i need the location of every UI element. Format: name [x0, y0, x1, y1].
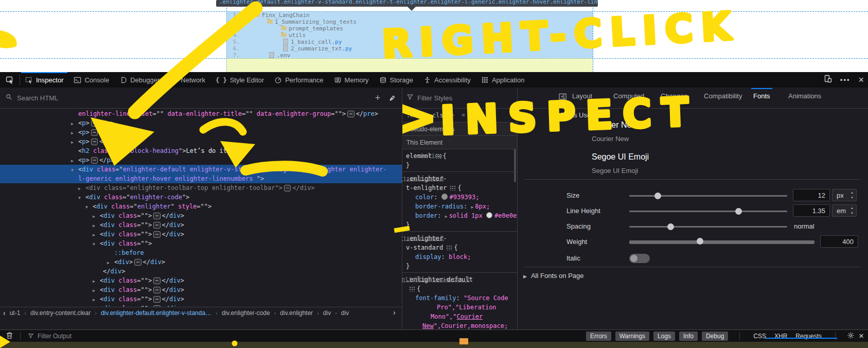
inline-ellipsis-badge[interactable]: ⋯ [91, 138, 98, 145]
file-tree-code[interactable]: 1.Finx_LangChain2.1_Summarizing_long_tex… [0, 0, 868, 72]
css-rule-line[interactable]: border: ▶solid 1px #e0e0e0; [415, 211, 517, 220]
tab-fonts[interactable]: Fonts [753, 92, 770, 100]
breadcrumb-item[interactable]: div.enlighter [279, 309, 314, 317]
slider-track[interactable] [629, 195, 787, 197]
markup-row[interactable]: ▶<p>⋯</p> [0, 137, 402, 146]
breadcrumb-item[interactable]: div.enlighter-default.enlighter-v-standa… [100, 309, 212, 317]
console-filter-button[interactable]: Info [679, 332, 698, 341]
rule-filter-grid-icon[interactable] [446, 245, 452, 250]
markup-row[interactable]: ▶<div class="">⋯</div> [0, 294, 402, 304]
slider-track[interactable] [629, 226, 787, 228]
gear-icon[interactable] [847, 332, 855, 341]
tool-tab-memory[interactable]: Memory [329, 72, 374, 88]
css-rule-line[interactable]: border-radius: ▶8px; [415, 202, 490, 211]
markup-row[interactable]: l-generic enlighter-hover enlighter-line… [0, 174, 402, 183]
weight-input[interactable]: 400 [820, 235, 858, 248]
css-rule-line[interactable]: t-enlighter{ [406, 183, 462, 193]
stylesheet-link[interactable]: enlighterjs.min.css:2 [402, 275, 470, 284]
tool-tab-accessibility[interactable]: Accessibility [418, 72, 476, 88]
markup-row[interactable]: ▶<p>⋯</p> [0, 118, 402, 128]
tool-tab-storage[interactable]: Storage [374, 72, 419, 88]
rules-toolbar-button[interactable]: :hov [406, 112, 421, 119]
breadcrumb-item[interactable]: div [340, 309, 350, 317]
tool-tab-application[interactable]: Application [476, 72, 530, 88]
markup-row[interactable]: ▶<div class="">⋯</div> [0, 285, 402, 294]
markup-row[interactable]: ▼<div class=""> [0, 239, 402, 248]
stylesheet-link[interactable]: enlighterjs.min.css:2 [402, 234, 444, 243]
slider-thumb[interactable] [667, 223, 674, 230]
markup-row[interactable]: ▶<div class="">⋯</div> [0, 220, 402, 230]
css-rule-line[interactable]: { [406, 284, 420, 293]
css-rule-line[interactable]: v-standard{ [406, 243, 457, 252]
markup-row[interactable]: enlighter-lineoffset="" data-enlighter-t… [0, 109, 402, 118]
tool-tab-debugger[interactable]: Debugger [114, 72, 165, 88]
unit-stepper-icon[interactable]: ▲▼ [851, 190, 854, 200]
inline-ellipsis-badge[interactable]: ⋯ [153, 296, 160, 303]
inline-ellipsis-badge[interactable]: ⋯ [284, 185, 291, 192]
breadcrumb-scroll-left-icon[interactable]: ‹ [0, 309, 9, 317]
all-fonts-row[interactable]: ▶All Fonts on Page [523, 272, 584, 280]
markup-row[interactable]: ▶<div class="">⋯</div> [0, 211, 402, 220]
tool-tab-network[interactable]: Network [165, 72, 210, 88]
tool-tab-console[interactable]: Console [68, 72, 114, 88]
unit-select[interactable]: em▲▼ [832, 204, 857, 217]
markup-row[interactable]: ▶<div>⋯</div> [0, 257, 402, 267]
inline-ellipsis-badge[interactable]: ⋯ [91, 157, 98, 164]
slider-thumb[interactable] [735, 208, 742, 215]
css-rule-line[interactable]: display: block; [415, 252, 471, 262]
tool-tab-style-editor[interactable]: { }Style Editor [210, 72, 269, 88]
slider-track[interactable] [629, 240, 814, 244]
tab-layout[interactable]: Layout [572, 92, 592, 100]
console-filter-button[interactable]: Warnings [615, 332, 649, 341]
inline-ellipsis-badge[interactable]: ⋯ [153, 231, 160, 238]
markup-row[interactable]: <h2 class="wp-block-heading">Let’s do it… [0, 146, 402, 155]
breadcrumb-item[interactable]: ut-1 [9, 309, 22, 317]
rules-toolbar-button[interactable]: + [451, 112, 454, 119]
tab-compatibility[interactable]: Compatibility [704, 92, 742, 100]
markup-row[interactable]: ▶<div class="">⋯</div> [0, 230, 402, 239]
css-rule-line[interactable]: } [406, 161, 410, 170]
meatball-menu-icon[interactable]: ••• [840, 76, 851, 84]
inline-ellipsis-badge[interactable]: ⋯ [91, 129, 98, 136]
css-rule-line[interactable]: color: #939393; [415, 193, 479, 202]
unit-stepper-icon[interactable]: ▲▼ [851, 205, 854, 216]
css-rules-panel[interactable]: :hov.cls+☼ Pseudo-elementsThis Elementel… [402, 108, 517, 329]
markup-row[interactable]: ::before [0, 248, 402, 257]
responsive-design-icon[interactable] [824, 75, 832, 85]
console-filter-button[interactable]: Logs [653, 332, 675, 341]
slider-track[interactable] [629, 211, 787, 212]
console-filter-link[interactable]: XHR [772, 332, 789, 341]
inline-ellipsis-badge[interactable]: ⋯ [134, 259, 141, 266]
tool-tab-performance[interactable]: Performance [269, 72, 328, 88]
eyedropper-icon[interactable] [386, 92, 398, 104]
css-rule-line[interactable]: font-family: "Source Code [415, 293, 508, 303]
slider-thumb[interactable] [697, 238, 703, 245]
close-console-icon[interactable]: × [859, 331, 864, 341]
breadcrumb-scroll-right-icon[interactable]: › [393, 307, 396, 318]
markup-row[interactable]: ▶<p>⋯</p> [0, 155, 402, 165]
rule-filter-grid-icon[interactable] [409, 286, 415, 291]
css-rule-line[interactable]: New",Courier,monospace; [422, 321, 508, 329]
add-node-button[interactable]: + [371, 92, 384, 104]
css-rule-line[interactable]: Pro","Liberation [437, 303, 497, 312]
close-devtools-icon[interactable]: × [858, 75, 864, 84]
rules-toolbar-button[interactable]: .cls [429, 112, 444, 119]
filter-styles-bar[interactable]: Filter Styles [402, 88, 517, 108]
css-rule-line[interactable]: .enlighter-enlighterjs.min.css:2 [406, 234, 447, 243]
breadcrumb-item[interactable]: div.enlighter-code [221, 309, 271, 317]
line-height-input[interactable]: 1.35 [793, 204, 830, 217]
console-filter-link[interactable]: CSS [751, 332, 768, 341]
console-filter-link[interactable]: Requests [793, 332, 824, 341]
inline-ellipsis-badge[interactable]: ⋯ [153, 287, 160, 293]
markup-row[interactable]: ▶<p>⋯</p> [0, 128, 402, 137]
console-scroll-indicator[interactable] [765, 338, 837, 339]
tab-animations[interactable]: Animations [788, 92, 821, 100]
inline-ellipsis-badge[interactable]: ⋯ [153, 222, 160, 229]
css-rule-line[interactable]: } [406, 262, 410, 271]
inline-ellipsis-badge[interactable]: ⋯ [91, 120, 98, 127]
html-markup-panel[interactable]: enlighter-lineoffset="" data-enlighter-t… [0, 108, 402, 307]
sidebar-toggle-icon[interactable] [559, 93, 566, 102]
filter-output-placeholder[interactable]: Filter Output [38, 333, 72, 340]
markup-row[interactable]: ▼<div class="enlighter" style=""> [0, 202, 402, 211]
console-filter-button[interactable]: Debug [702, 332, 728, 341]
